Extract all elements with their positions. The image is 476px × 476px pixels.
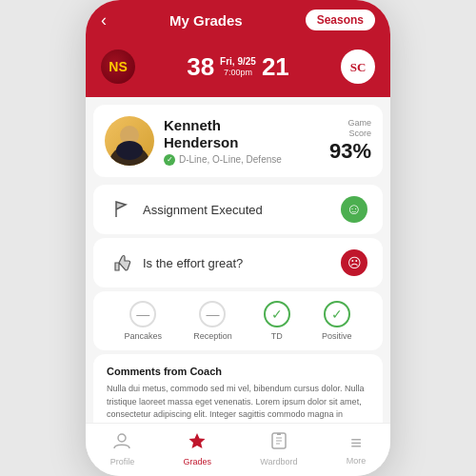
header: ‹ My Grades Seasons: [86, 0, 390, 42]
metric-td: ✓ TD: [264, 301, 290, 341]
profile-icon: [112, 431, 131, 455]
main-content: Kenneth Henderson ✓ D-Line, O-Line, Defe…: [86, 97, 390, 423]
game-score-value: 93%: [329, 139, 371, 164]
pancakes-icon: —: [129, 301, 156, 327]
game-score-section: Game Score 93%: [329, 118, 371, 164]
score-banner: NS 38 Fri, 9/25 7:00pm 21 SC: [86, 42, 390, 97]
thumbsup-icon: [111, 253, 132, 272]
team-logo-right: SC: [341, 50, 375, 84]
stat-label-row: Assignment Executed: [109, 198, 263, 221]
sc-logo-icon: SC: [345, 53, 371, 80]
player-first-name: Kenneth: [164, 117, 320, 134]
svg-point-4: [116, 141, 143, 160]
bottom-nav: Profile Grades Wardbord ≡ More: [86, 423, 390, 476]
game-score-label: Game Score: [329, 118, 371, 139]
player-last-name: Henderson: [164, 134, 320, 151]
td-label: TD: [271, 331, 283, 341]
team-logo-left: NS: [101, 50, 135, 84]
grades-nav-label: Grades: [183, 457, 211, 466]
position-check-icon: ✓: [164, 154, 175, 166]
player-avatar: [105, 116, 154, 166]
nav-item-grades[interactable]: Grades: [173, 429, 221, 468]
score-left: 38: [187, 52, 214, 82]
metric-pancakes: — Pancakes: [125, 301, 163, 341]
comments-body: Nulla dui metus, commodo sed mi vel, bib…: [107, 383, 369, 423]
seasons-button[interactable]: Seasons: [306, 10, 375, 30]
metric-reception: — Reception: [193, 301, 232, 341]
page-title: My Grades: [169, 12, 243, 29]
comments-card: Comments from Coach Nulla dui metus, com…: [93, 354, 383, 423]
metric-positive: ✓ Positive: [322, 301, 352, 341]
game-info: Fri, 9/25 7:00pm: [220, 55, 256, 79]
stat-card-assignment: Assignment Executed ☺: [93, 185, 383, 234]
reception-label: Reception: [193, 331, 232, 341]
assignment-label: Assignment Executed: [143, 203, 263, 217]
more-icon: ≡: [350, 432, 362, 454]
comments-section-title: Comments from Coach: [107, 366, 369, 377]
player-info: Kenneth Henderson ✓ D-Line, O-Line, Defe…: [164, 117, 320, 166]
score-right: 21: [262, 52, 289, 82]
player-card: Kenneth Henderson ✓ D-Line, O-Line, Defe…: [93, 105, 383, 177]
grades-icon: [188, 431, 207, 455]
effort-label: Is the effort great?: [143, 256, 243, 270]
effort-icon: [109, 251, 135, 274]
wardbord-nav-label: Wardbord: [260, 457, 297, 466]
svg-text:SC: SC: [350, 60, 367, 74]
game-date: Fri, 9/25: [220, 55, 256, 68]
svg-point-8: [118, 434, 126, 442]
back-button[interactable]: ‹: [101, 10, 107, 30]
flag-icon: [112, 200, 131, 219]
svg-marker-9: [189, 433, 206, 448]
app-shell: ‹ My Grades Seasons NS 38 Fri, 9/25 7:00…: [86, 0, 390, 476]
score-section: 38 Fri, 9/25 7:00pm 21: [187, 52, 289, 82]
positive-icon: ✓: [324, 301, 350, 327]
td-icon: ✓: [264, 301, 290, 327]
player-position-text: D-Line, O-Line, Defense: [179, 154, 282, 165]
assignment-icon: [109, 198, 135, 221]
effort-status-icon: ☹: [341, 249, 367, 276]
positive-label: Positive: [322, 331, 352, 341]
nav-item-wardbord[interactable]: Wardbord: [250, 429, 307, 468]
assignment-status-icon: ☺: [341, 196, 367, 223]
more-nav-label: More: [347, 456, 367, 466]
profile-nav-label: Profile: [110, 457, 135, 466]
team-abbr-left: NS: [101, 50, 135, 84]
stat-label-row-effort: Is the effort great?: [109, 251, 243, 274]
player-position-row: ✓ D-Line, O-Line, Defense: [164, 154, 320, 166]
stat-card-effort: Is the effort great? ☹: [93, 238, 383, 288]
wardbord-icon: [269, 431, 288, 455]
metrics-card: — Pancakes — Reception ✓ TD ✓ Positive: [93, 291, 383, 350]
pancakes-label: Pancakes: [125, 331, 163, 341]
nav-item-more[interactable]: ≡ More: [337, 430, 376, 467]
reception-icon: —: [199, 301, 226, 327]
avatar-illustration: [105, 116, 154, 166]
game-time: 7:00pm: [224, 68, 252, 79]
nav-item-profile[interactable]: Profile: [101, 429, 145, 468]
